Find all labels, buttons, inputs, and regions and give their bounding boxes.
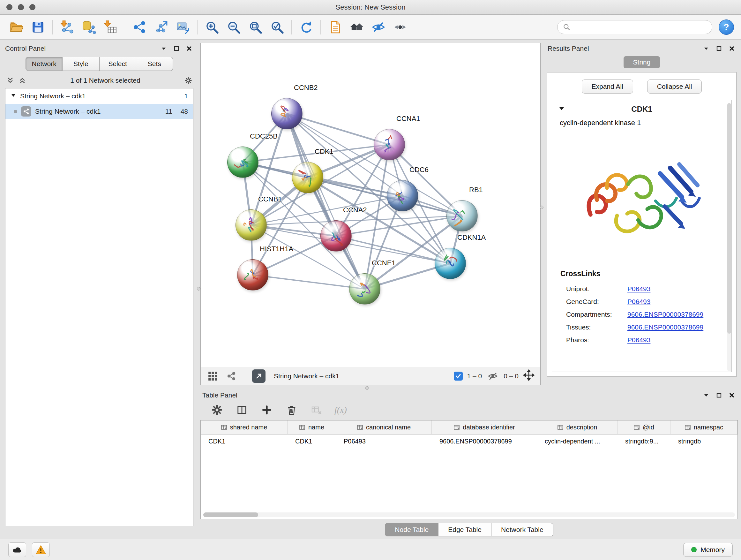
close-window-button[interactable] <box>6 4 12 10</box>
tab-network-table[interactable]: Network Table <box>491 523 553 537</box>
node-ccna2[interactable] <box>320 220 352 252</box>
crosslink-link[interactable]: P06493 <box>627 285 650 293</box>
node-hist1h1a[interactable] <box>237 259 268 291</box>
search-box[interactable] <box>557 20 712 34</box>
protein-thumbnail <box>240 214 262 236</box>
import-network-file-button[interactable] <box>58 18 76 37</box>
import-network-database-button[interactable] <box>79 18 98 37</box>
tree-row-collection[interactable]: String Network – cdk1 1 <box>5 88 193 104</box>
collapse-all-icon[interactable] <box>6 76 15 85</box>
edge-CCNB2-CCNE1[interactable] <box>287 114 365 289</box>
splitter-handle[interactable] <box>197 287 200 291</box>
export-image-button[interactable] <box>174 18 192 37</box>
memory-button[interactable]: Memory <box>683 543 733 557</box>
gear-icon[interactable] <box>184 76 193 85</box>
results-scrollbar[interactable] <box>727 103 731 371</box>
import-table-file-button[interactable] <box>101 18 120 37</box>
node-rb1[interactable] <box>447 200 478 232</box>
show-columns-icon[interactable] <box>235 403 249 417</box>
table-settings-gear-icon[interactable] <box>210 403 224 417</box>
node-ccna1[interactable] <box>374 129 405 160</box>
delete-column-trash-icon[interactable] <box>285 403 299 417</box>
warning-button[interactable] <box>32 543 50 557</box>
column-header-description[interactable]: description <box>537 421 617 434</box>
expand-all-icon[interactable] <box>18 76 27 85</box>
node-ccnb2[interactable] <box>271 98 302 129</box>
add-column-icon[interactable] <box>260 403 274 417</box>
node-cdc25b[interactable] <box>227 146 259 178</box>
collapse-panel-icon[interactable] <box>159 44 168 53</box>
maximize-window-button[interactable] <box>29 4 36 10</box>
close-panel-icon[interactable] <box>728 391 736 399</box>
selected-checkbox-icon[interactable] <box>454 372 463 381</box>
collapse-all-button[interactable]: Collapse All <box>647 79 702 94</box>
column-header-canonical-name[interactable]: canonical name <box>336 421 432 434</box>
minimize-window-button[interactable] <box>18 4 24 10</box>
open-session-button[interactable] <box>7 18 25 37</box>
edge-CCNB2-CCNA1[interactable] <box>287 114 389 145</box>
document-button[interactable] <box>326 18 344 37</box>
collapse-panel-icon[interactable] <box>702 44 711 53</box>
table-hscrollbar[interactable] <box>203 512 735 517</box>
gene-section-header[interactable]: CDK1 <box>552 100 731 117</box>
table-hscrollbar-thumb[interactable] <box>203 512 258 517</box>
float-panel-icon[interactable] <box>715 391 723 399</box>
splitter-handle[interactable] <box>365 386 369 390</box>
hide-items-button[interactable] <box>369 18 388 37</box>
tab-select[interactable]: Select <box>99 57 136 71</box>
crosslink-link[interactable]: 9606.ENSP00000378699 <box>627 323 703 331</box>
close-panel-icon[interactable] <box>185 44 193 53</box>
float-panel-icon[interactable] <box>715 44 723 53</box>
column-header-database-identifier[interactable]: database identifier <box>432 421 537 434</box>
column-header-namespac[interactable]: namespac <box>670 421 738 434</box>
zoom-out-button[interactable] <box>224 18 243 37</box>
search-input[interactable] <box>574 23 707 30</box>
column-header-label: @id <box>643 424 654 431</box>
tab-string[interactable]: String <box>623 56 660 68</box>
caret-down-icon[interactable] <box>10 92 16 100</box>
hidden-eye-icon[interactable] <box>486 370 499 382</box>
edge-HIST1H1A-CCNE1[interactable] <box>253 275 365 289</box>
save-session-button[interactable] <box>29 18 47 37</box>
tab-edge-table[interactable]: Edge Table <box>439 523 491 537</box>
table-row[interactable]: CDK1CDK1P064939606.ENSP00000378699cyclin… <box>201 435 738 448</box>
node-cdk1[interactable] <box>292 162 323 193</box>
caret-down-icon[interactable] <box>558 105 565 113</box>
column-header-name[interactable]: name <box>287 421 336 434</box>
node-cdc6[interactable] <box>387 180 418 211</box>
node-ccne1[interactable] <box>349 273 381 305</box>
new-network-from-selection-button[interactable] <box>152 18 171 37</box>
network-canvas[interactable]: CCNB2CCNA1CDC25BCDK1CDC6RB1CCNB1CCNA2CDK… <box>201 43 540 367</box>
grid-view-icon[interactable] <box>206 370 219 382</box>
float-panel-icon[interactable] <box>172 44 181 53</box>
network-overview-icon[interactable] <box>225 370 238 382</box>
collapse-panel-icon[interactable] <box>702 391 711 399</box>
node-ccnb1[interactable] <box>235 209 267 241</box>
zoom-selected-button[interactable] <box>268 18 286 37</box>
pan-crosshair-icon[interactable] <box>523 369 535 382</box>
results-scrollbar-thumb[interactable] <box>727 103 731 334</box>
crosslink-link[interactable]: 9606.ENSP00000378699 <box>627 311 703 318</box>
tab-sets[interactable]: Sets <box>136 57 173 71</box>
string-home-button[interactable] <box>347 18 366 37</box>
crosslink-link[interactable]: P06493 <box>627 336 650 344</box>
tab-node-table[interactable]: Node Table <box>385 523 439 537</box>
help-button[interactable]: ? <box>719 19 734 35</box>
expand-all-button[interactable]: Expand All <box>582 79 633 94</box>
tree-row-network[interactable]: String Network – cdk1 11 48 <box>5 104 193 119</box>
crosslink-link[interactable]: P06493 <box>627 298 650 306</box>
tab-network[interactable]: Network <box>25 57 63 71</box>
zoom-fit-button[interactable] <box>246 18 265 37</box>
show-items-button[interactable] <box>391 18 409 37</box>
new-network-button[interactable] <box>130 18 149 37</box>
tab-style[interactable]: Style <box>63 57 99 71</box>
export-network-button[interactable] <box>252 369 266 383</box>
splitter-handle[interactable] <box>540 206 543 209</box>
node-cdkn1a[interactable] <box>434 248 466 279</box>
column-header--id[interactable]: @id <box>617 421 670 434</box>
refresh-network-button[interactable] <box>297 18 315 37</box>
zoom-in-button[interactable] <box>203 18 221 37</box>
column-header-shared-name[interactable]: shared name <box>201 421 287 434</box>
close-panel-icon[interactable] <box>728 44 736 53</box>
cloud-button[interactable] <box>8 543 26 557</box>
